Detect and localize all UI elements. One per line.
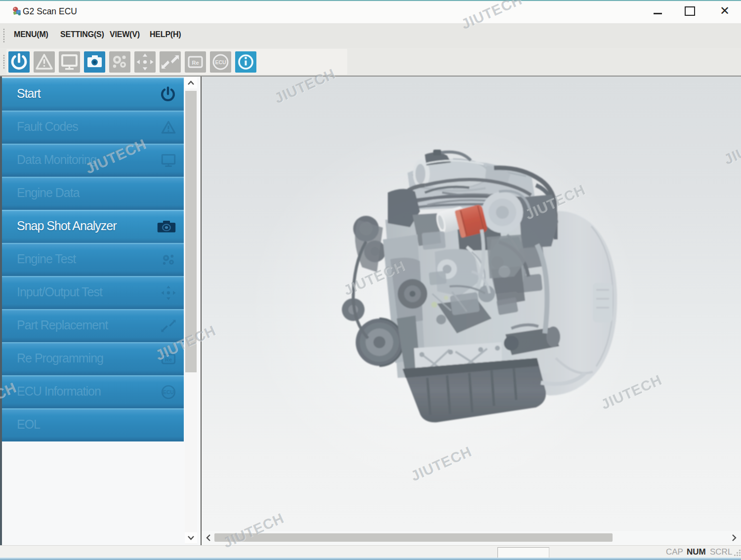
svg-text:ECU: ECU — [163, 390, 174, 395]
svg-text:ECU: ECU — [215, 59, 226, 65]
svg-text:Re: Re — [192, 60, 199, 66]
